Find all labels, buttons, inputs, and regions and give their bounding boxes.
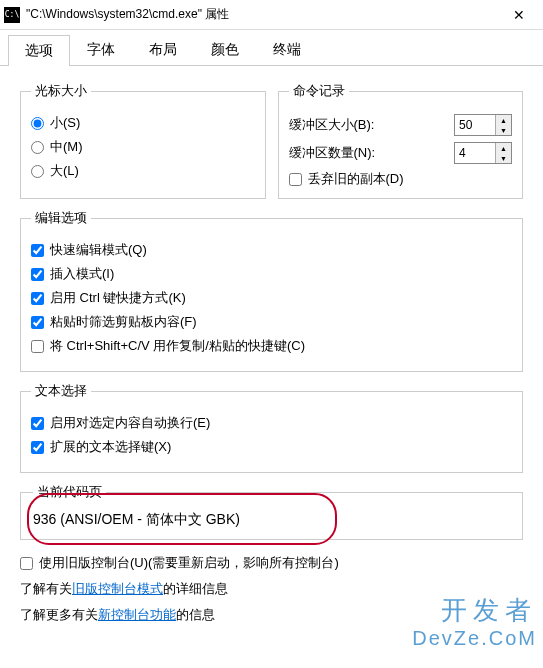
tab-options[interactable]: 选项 [8, 35, 70, 66]
buffer-size-stepper[interactable]: ▲▼ [454, 114, 512, 136]
codepage-legend: 当前代码页 [33, 483, 106, 501]
window-title: "C:\Windows\system32\cmd.exe" 属性 [26, 6, 499, 23]
tab-font[interactable]: 字体 [70, 34, 132, 65]
paste-filter-checkbox[interactable]: 粘贴时筛选剪贴板内容(F) [31, 313, 512, 331]
tab-terminal[interactable]: 终端 [256, 34, 318, 65]
discard-dup-checkbox[interactable]: 丢弃旧的副本(D) [289, 171, 404, 186]
spin-down-icon[interactable]: ▼ [496, 153, 511, 163]
edit-options-legend: 编辑选项 [31, 209, 91, 227]
quick-edit-checkbox[interactable]: 快速编辑模式(Q) [31, 241, 512, 259]
codepage-value: 936 (ANSI/OEM - 简体中文 GBK) [33, 511, 510, 529]
ctrl-shortcut-checkbox[interactable]: 启用 Ctrl 键快捷方式(K) [31, 289, 512, 307]
ext-keys-checkbox[interactable]: 扩展的文本选择键(X) [31, 438, 512, 456]
text-select-group: 文本选择 启用对选定内容自动换行(E) 扩展的文本选择键(X) [20, 382, 523, 473]
cmd-icon: C:\ [4, 7, 20, 23]
text-select-legend: 文本选择 [31, 382, 91, 400]
edit-options-group: 编辑选项 快速编辑模式(Q) 插入模式(I) 启用 Ctrl 键快捷方式(K) … [20, 209, 523, 372]
watermark-line2: DevZe.CoM [412, 626, 537, 650]
auto-wrap-checkbox[interactable]: 启用对选定内容自动换行(E) [31, 414, 512, 432]
legacy-info-line-1: 了解有关旧版控制台模式的详细信息 [20, 580, 523, 598]
ctrl-shift-cv-checkbox[interactable]: 将 Ctrl+Shift+C/V 用作复制/粘贴的快捷键(C) [31, 337, 512, 355]
titlebar: C:\ "C:\Windows\system32\cmd.exe" 属性 ✕ [0, 0, 543, 30]
buffer-count-input[interactable] [455, 143, 495, 163]
cursor-medium-radio[interactable]: 中(M) [31, 138, 255, 156]
codepage-group: 当前代码页 936 (ANSI/OEM - 简体中文 GBK) [20, 483, 523, 540]
cursor-size-group: 光标大小 小(S) 中(M) 大(L) [20, 82, 266, 199]
spin-up-icon[interactable]: ▲ [496, 143, 511, 153]
spin-up-icon[interactable]: ▲ [496, 115, 511, 125]
close-icon[interactable]: ✕ [499, 0, 539, 30]
legacy-console-checkbox[interactable]: 使用旧版控制台(U)(需要重新启动，影响所有控制台) [20, 554, 523, 572]
cursor-size-legend: 光标大小 [31, 82, 91, 100]
cursor-large-radio[interactable]: 大(L) [31, 162, 255, 180]
tabs: 选项 字体 布局 颜色 终端 [0, 34, 543, 66]
legacy-mode-link[interactable]: 旧版控制台模式 [72, 581, 163, 596]
tab-color[interactable]: 颜色 [194, 34, 256, 65]
buffer-count-label: 缓冲区数量(N): [289, 144, 447, 162]
buffer-size-input[interactable] [455, 115, 495, 135]
content: 光标大小 小(S) 中(M) 大(L) 命令记录 缓冲区大小(B): ▲▼ 缓冲… [0, 66, 543, 624]
legacy-info-line-2: 了解更多有关新控制台功能的信息 [20, 606, 523, 624]
cmd-history-group: 命令记录 缓冲区大小(B): ▲▼ 缓冲区数量(N): ▲▼ 丢弃旧的副本(D) [278, 82, 524, 199]
tab-layout[interactable]: 布局 [132, 34, 194, 65]
cmd-history-legend: 命令记录 [289, 82, 349, 100]
cursor-small-radio[interactable]: 小(S) [31, 114, 255, 132]
buffer-count-stepper[interactable]: ▲▼ [454, 142, 512, 164]
insert-mode-checkbox[interactable]: 插入模式(I) [31, 265, 512, 283]
spin-down-icon[interactable]: ▼ [496, 125, 511, 135]
new-console-link[interactable]: 新控制台功能 [98, 607, 176, 622]
buffer-size-label: 缓冲区大小(B): [289, 116, 447, 134]
